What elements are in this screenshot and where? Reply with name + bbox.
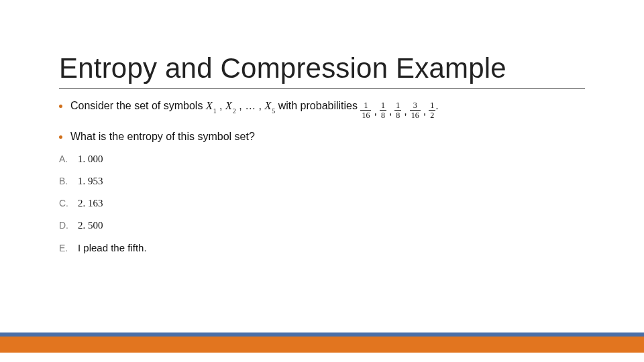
fraction-num: 3 (412, 101, 419, 110)
symbol-x1: X 1 (206, 99, 217, 113)
symbol-base: X (264, 99, 271, 113)
footer-bar (0, 333, 644, 353)
fraction: 1 8 (394, 101, 401, 119)
fraction-den: 8 (394, 110, 401, 119)
question-bullet: What is the entropy of this symbol set? (59, 130, 596, 144)
question-text: What is the entropy of this symbol set? (70, 130, 255, 144)
symbol-x2: X 2 (225, 99, 236, 113)
slide: Entropy and Compression Example Consider… (0, 0, 644, 362)
option-label: D. (59, 220, 78, 231)
option-a: A. 1. 000 (59, 154, 596, 165)
fraction: 1 16 (360, 101, 371, 119)
option-value: 2. 163 (78, 198, 103, 209)
option-c: C. 2. 163 (59, 198, 596, 209)
fraction-den: 2 (429, 110, 435, 119)
comma: , (219, 100, 225, 111)
symbol-sub: 1 (213, 107, 217, 115)
bullet-dot-icon (59, 105, 62, 108)
fraction: 3 16 (410, 101, 421, 119)
intro-text: Consider the set of symbols X 1 , X 2 , … (70, 99, 439, 121)
fraction-num: 1 (429, 101, 435, 110)
option-b: B. 1. 953 (59, 176, 596, 187)
fraction-den: 8 (380, 110, 386, 119)
option-e: E. I plead the fifth. (59, 242, 596, 253)
answer-options: A. 1. 000 B. 1. 953 C. 2. 163 D. 2. 500 … (59, 154, 596, 253)
option-value: 1. 953 (78, 176, 103, 187)
probability-list: 1 16 , 1 8 , 1 8 , 3 16 , (360, 103, 435, 121)
intro-mid: with probabilities (278, 100, 361, 111)
option-d: D. 2. 500 (59, 220, 596, 231)
symbol-base: X (206, 99, 213, 113)
fraction: 1 8 (380, 101, 386, 119)
page-title: Entropy and Compression Example (59, 52, 506, 91)
option-label: B. (59, 176, 78, 186)
fraction: 1 2 (429, 101, 435, 119)
fraction-den: 16 (360, 110, 371, 119)
intro-prefix: Consider the set of symbols (70, 100, 206, 111)
option-value: I plead the fifth. (78, 242, 147, 253)
option-label: A. (59, 154, 78, 164)
symbol-base: X (225, 99, 232, 113)
intro-bullet: Consider the set of symbols X 1 , X 2 , … (59, 99, 596, 121)
ellipsis: , … , (239, 100, 264, 111)
bullet-dot-icon (59, 135, 62, 139)
fraction-num: 1 (394, 101, 401, 110)
symbol-sub: 2 (233, 107, 236, 115)
symbol-x5: X 5 (264, 99, 275, 113)
symbol-sub: 5 (272, 107, 275, 115)
option-value: 1. 000 (78, 154, 103, 165)
option-value: 2. 500 (78, 220, 103, 231)
slide-body: Consider the set of symbols X 1 , X 2 , … (59, 99, 596, 264)
fraction-num: 1 (362, 101, 369, 110)
intro-end: . (435, 100, 438, 111)
title-underline (59, 88, 585, 89)
footer-orange-stripe (0, 337, 644, 353)
option-label: E. (59, 243, 78, 253)
fraction-num: 1 (380, 101, 386, 110)
fraction-den: 16 (410, 110, 421, 119)
option-label: C. (59, 198, 78, 208)
